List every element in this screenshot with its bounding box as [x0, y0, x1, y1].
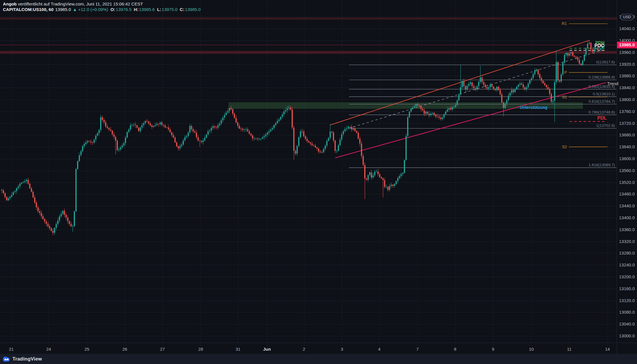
candle-up: [97, 133, 98, 136]
candle-down: [318, 149, 319, 151]
candle-up: [594, 49, 595, 52]
tradingview-logo-icon[interactable]: [3, 356, 10, 362]
candle-up: [226, 113, 227, 115]
candle-up: [98, 130, 100, 133]
candle-down: [250, 134, 252, 136]
candle-down: [482, 77, 483, 82]
candle-down: [308, 141, 309, 142]
candle-up: [260, 139, 261, 139]
y-tick-label: 13520.0: [619, 180, 635, 185]
candle-up: [532, 74, 534, 78]
candle-up: [8, 198, 9, 200]
candle-down: [513, 90, 514, 92]
candle-up: [556, 62, 557, 82]
candle-up: [181, 144, 182, 146]
candle-down: [567, 53, 568, 56]
candle-up: [100, 117, 101, 130]
candle-up: [155, 125, 156, 126]
candle-up: [367, 175, 369, 180]
candle-down: [173, 135, 174, 138]
x-tick-label: 9: [492, 347, 494, 352]
y-tick-label: 13360.0: [619, 227, 635, 232]
candle-up: [219, 124, 220, 125]
candle-up: [600, 48, 601, 50]
candle-down: [435, 115, 436, 116]
candle-down: [485, 85, 486, 87]
candle-up: [95, 136, 96, 140]
candle-up: [343, 131, 344, 134]
candle-down: [230, 108, 232, 109]
symbol-title[interactable]: CAPITALCOM:US100, 60: [3, 7, 54, 12]
candle-down: [69, 221, 70, 224]
resistance-band-upper: [0, 17, 617, 19]
candle-down: [363, 156, 364, 165]
candle-down: [70, 224, 72, 226]
candle-up: [227, 111, 228, 113]
annotation-label: 0.236(13866.8): [588, 75, 615, 79]
candle-up: [140, 127, 141, 131]
candle-up: [346, 128, 347, 129]
tradingview-brand[interactable]: TradingView: [12, 356, 42, 362]
candle-down: [216, 127, 217, 128]
y-tick-label: 13640.0: [619, 144, 635, 149]
candle-up: [280, 117, 281, 120]
candle-up: [564, 55, 565, 63]
candle-down: [427, 112, 428, 114]
x-tick-label: 10: [529, 347, 534, 352]
candle-down: [51, 228, 52, 231]
y-tick-label: 13160.0: [619, 286, 635, 291]
candle-up: [415, 104, 417, 106]
candle-down: [303, 131, 304, 136]
candle-up: [582, 61, 583, 65]
annotation-label: P: [564, 70, 567, 75]
candle-up: [288, 107, 290, 108]
candle-up: [470, 82, 471, 84]
candle-down: [110, 129, 111, 131]
candle-down: [320, 151, 321, 152]
currency-toggle-label[interactable]: USD: [623, 15, 631, 19]
price-chart-canvas[interactable]: R1PS1S20(13917.6)0.236(13866.8)0.382(138…: [0, 0, 637, 364]
candle-down: [163, 125, 164, 125]
candle-down: [483, 82, 484, 85]
candle-up: [19, 184, 21, 186]
candle-up: [298, 137, 299, 146]
candle-up: [462, 81, 463, 87]
candle-up: [183, 140, 184, 144]
candle-up: [526, 87, 527, 89]
candle-up: [145, 121, 146, 123]
candle-up: [336, 151, 337, 151]
candle-down: [538, 69, 539, 74]
candle-up: [510, 93, 511, 96]
candle-down: [316, 147, 318, 149]
candle-down: [232, 109, 233, 114]
chart-header: Angob veröffentlicht auf TradingView.com…: [3, 1, 201, 12]
candle-up: [279, 120, 280, 121]
candle-up: [274, 125, 275, 128]
candle-up: [519, 84, 521, 85]
candle-up: [153, 126, 154, 127]
candle-up: [211, 128, 212, 131]
candle-down: [349, 127, 351, 127]
y-tick-label: 13440.0: [619, 203, 635, 208]
candle-up: [323, 149, 324, 152]
candle-down: [107, 127, 108, 128]
candle-down: [592, 50, 593, 52]
candle-up: [518, 85, 519, 87]
candle-down: [463, 81, 464, 86]
candle-up: [455, 105, 456, 107]
candle-up: [407, 117, 408, 136]
candle-down: [92, 142, 93, 142]
candle-down: [551, 94, 552, 102]
candle-down: [424, 110, 425, 114]
candle-up: [326, 141, 327, 146]
candle-down: [495, 89, 496, 90]
candle-down: [191, 126, 192, 129]
candle-down: [334, 140, 336, 151]
footer-bar: TradingView: [0, 354, 637, 364]
candle-up: [23, 182, 24, 183]
close-value: 13985.0: [185, 7, 201, 12]
candle-down: [255, 138, 257, 139]
symbol-line: CAPITALCOM:US100, 6013985.0▲ +12.0 (+0.0…: [3, 7, 201, 12]
y-tick-label: 13880.0: [619, 73, 635, 78]
candle-up: [554, 82, 555, 101]
